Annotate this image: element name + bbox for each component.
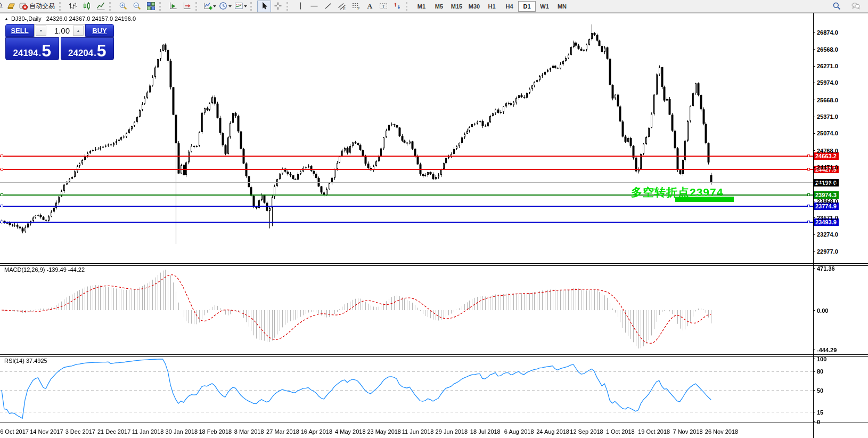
pane-separator[interactable]: [0, 263, 868, 266]
chat-button[interactable]: [849, 1, 863, 12]
price-tick-label: 25668.0: [817, 97, 838, 103]
new-order-button[interactable]: 单: [0, 2, 3, 11]
text-label-button[interactable]: T: [376, 1, 390, 12]
periods-button[interactable]: [218, 1, 233, 12]
pane-separator[interactable]: [0, 354, 868, 357]
sell-price-dot: .: [39, 48, 41, 58]
pivot-line-handle[interactable]: [807, 193, 810, 196]
search-button[interactable]: [830, 1, 844, 12]
date-tick-label: 16 Apr 2018: [301, 428, 332, 435]
support-line-1-handle[interactable]: [807, 205, 810, 207]
cursor-button[interactable]: [257, 1, 271, 12]
toolbar: 单 自动交易 EFAT M1M5M15M30H1H4D1W1MN: [0, 0, 868, 13]
templates-button[interactable]: [233, 1, 249, 12]
text-button[interactable]: A: [363, 1, 376, 12]
buy-button[interactable]: BUY: [85, 24, 114, 37]
toolbar-right: [830, 1, 863, 12]
crosshair-button[interactable]: [271, 1, 285, 12]
sell-button[interactable]: SELL: [5, 24, 34, 37]
shift-end-icon: [169, 2, 178, 11]
support-line-2-handle[interactable]: [1, 221, 3, 223]
equidistant-channel-button[interactable]: E: [335, 1, 349, 12]
trend-line-button[interactable]: [321, 1, 335, 12]
macd-label: MACD(12,26,9) -139.49 -44.22: [4, 266, 85, 273]
candle-chart-icon: [83, 2, 92, 11]
timeframe-h1-button[interactable]: H1: [483, 1, 501, 12]
candle-chart-button[interactable]: [80, 1, 94, 12]
time-axis[interactable]: 26 Oct 201714 Nov 20173 Dec 201721 Dec 2…: [0, 424, 813, 438]
support-line-1[interactable]: [0, 206, 813, 207]
resistance-line-2-handle[interactable]: [807, 168, 810, 171]
resistance-line-1-handle[interactable]: [1, 155, 3, 157]
support-line-2[interactable]: [0, 222, 813, 223]
current-price-line[interactable]: [0, 182, 813, 183]
buy-price-main: 24204: [68, 48, 93, 58]
axis-tick: [813, 201, 815, 201]
symbol-period-label: DJ30-,Daily: [11, 15, 42, 22]
timeframe-w1-button[interactable]: W1: [536, 1, 553, 12]
auto-scroll-icon: [183, 2, 192, 11]
price-tick-label: 25074.0: [817, 130, 838, 136]
rsi-label: RSI(14) 37.4925: [4, 358, 47, 364]
timeframe-m30-button[interactable]: M30: [465, 1, 483, 12]
annotation-highlight-bar[interactable]: [675, 197, 734, 202]
axis-tick: [813, 350, 815, 350]
date-tick-label: 14 Nov 2017: [30, 428, 63, 435]
autotrade-button[interactable]: 自动交易: [18, 1, 58, 12]
horizontal-line-icon: [310, 2, 319, 11]
date-tick-label: 21 Dec 2017: [97, 428, 130, 435]
price-tick-label: 24174.0: [817, 181, 838, 187]
pivot-line-handle[interactable]: [1, 193, 3, 196]
auto-scroll-button[interactable]: [180, 1, 194, 12]
price-tick-label: 26271.0: [817, 63, 838, 69]
chart-canvas[interactable]: [0, 13, 813, 438]
volume-decrease-button[interactable]: ▼: [36, 26, 46, 36]
gold-book-button[interactable]: [4, 1, 18, 12]
chart-window: ▲ DJ30-,Daily 24326.0 24367.0 24157.0 24…: [0, 13, 868, 438]
rsi-tick-label: 0: [817, 419, 820, 425]
volume-input[interactable]: [47, 25, 72, 37]
resistance-line-1-handle[interactable]: [807, 155, 810, 157]
support-line-1-handle[interactable]: [1, 205, 3, 207]
bar-chart-icon: [69, 2, 78, 11]
buy-price-button[interactable]: 24204.5: [61, 37, 114, 60]
timeframe-m1-button[interactable]: M1: [413, 1, 430, 12]
bar-chart-button[interactable]: [66, 1, 80, 12]
line-chart-button[interactable]: [94, 1, 108, 12]
volume-increase-button[interactable]: ▲: [73, 26, 84, 36]
indicators-button[interactable]: [202, 1, 218, 12]
fibonacci-button[interactable]: F: [349, 1, 363, 12]
axis-tick: [813, 83, 815, 83]
axis-tick: [813, 100, 815, 100]
timeframe-h4-button[interactable]: H4: [501, 1, 518, 12]
support-line-2-handle[interactable]: [807, 221, 810, 223]
tile-windows-button[interactable]: [144, 1, 158, 12]
zoom-in-button[interactable]: [116, 1, 130, 12]
resistance-line-2-handle[interactable]: [1, 168, 3, 171]
vertical-line-button[interactable]: [293, 1, 307, 12]
search-icon: [832, 2, 841, 11]
horizontal-line-button[interactable]: [307, 1, 321, 12]
timeframe-d1-button[interactable]: D1: [518, 1, 536, 12]
shift-end-button[interactable]: [166, 1, 180, 12]
resistance-line-1[interactable]: [0, 156, 813, 157]
axis-tick: [813, 390, 815, 391]
timeframe-m15-button[interactable]: M15: [448, 1, 465, 12]
sell-price-button[interactable]: 24194.5: [5, 37, 59, 60]
resistance-line-2[interactable]: [0, 169, 813, 170]
date-tick-label: 4 May 2018: [335, 428, 365, 435]
timeframe-m5-button[interactable]: M5: [430, 1, 448, 12]
collapse-icon[interactable]: ▲: [4, 17, 9, 21]
arrows-button[interactable]: [390, 1, 404, 12]
templates-icon: [234, 2, 243, 11]
arrows-icon: [393, 2, 402, 11]
svg-text:T: T: [382, 4, 385, 9]
autotrade-label: 自动交易: [29, 2, 55, 11]
chart-title: ▲ DJ30-,Daily 24326.0 24367.0 24157.0 24…: [4, 15, 136, 22]
zoom-out-button[interactable]: [130, 1, 144, 12]
rsi-tick-label: 50: [817, 387, 823, 394]
timeframe-mn-button[interactable]: MN: [553, 1, 571, 12]
vertical-line-icon: [296, 2, 305, 11]
price-tick-label: 26874.0: [817, 29, 838, 36]
date-tick-label: 11 Jun 2018: [402, 428, 434, 435]
